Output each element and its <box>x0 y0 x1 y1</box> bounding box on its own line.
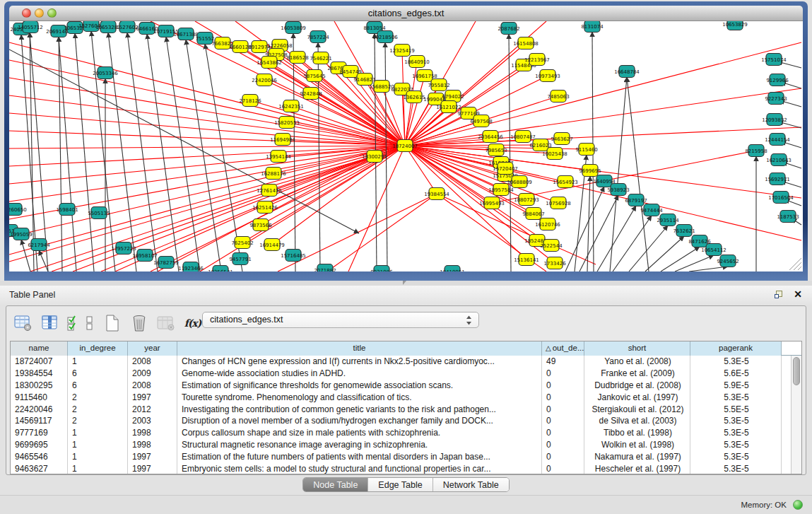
graph-node[interactable]: 7985653 <box>485 144 507 156</box>
table-cell[interactable]: Disruption of a novel member of a sodium… <box>177 415 542 427</box>
table-cell[interactable]: 22420046 <box>11 404 68 416</box>
table-cell[interactable]: 9699695 <box>11 439 68 451</box>
graph-node[interactable]: 5505135 <box>88 207 110 219</box>
table-cell[interactable]: 5.3E-5 <box>690 427 782 439</box>
graph-node[interactable]: 751552 <box>196 33 215 45</box>
graph-node[interactable]: 7546221 <box>310 52 331 64</box>
table-cell[interactable]: 1 <box>68 439 128 451</box>
table-cell[interactable]: 9115460 <box>11 392 68 404</box>
table-cell[interactable]: 1997 <box>128 392 177 404</box>
graph-node[interactable]: 9129966 <box>766 74 789 86</box>
delete-icon[interactable] <box>129 314 148 333</box>
table-cell[interactable]: 9777169 <box>11 427 68 439</box>
table-cell[interactable]: Wolkin et al. (1998) <box>584 439 690 451</box>
graph-node[interactable]: 5938923 <box>607 184 629 196</box>
column-header-in_degree[interactable]: in_degree <box>68 341 128 356</box>
graph-node[interactable]: 9884067 <box>522 208 544 220</box>
table-cell[interactable]: 0 <box>542 427 584 439</box>
graph-node[interactable]: 15751074 <box>761 54 787 66</box>
graph-node[interactable]: 1995059 <box>10 228 32 240</box>
graph-node[interactable]: 1733426 <box>543 257 566 269</box>
graph-node[interactable]: 10356541 <box>208 266 233 272</box>
graph-node[interactable]: 16648784 <box>614 66 640 78</box>
table-row[interactable]: 977716911998Corpus callosum shape and si… <box>11 427 801 439</box>
show-columns-icon[interactable] <box>40 314 59 333</box>
tab-network-table[interactable]: Network Table <box>433 478 509 491</box>
canvas-resize-grip-icon[interactable] <box>789 258 801 270</box>
table-cell[interactable]: 2003 <box>128 415 177 427</box>
graph-node[interactable]: 9245652 <box>717 255 739 267</box>
table-cell[interactable]: Nakamura et al. (1997) <box>584 451 690 463</box>
panel-divider[interactable] <box>0 281 812 286</box>
vertical-scrollbar[interactable] <box>791 356 801 474</box>
graph-node[interactable]: 10756928 <box>546 197 571 209</box>
graph-node[interactable]: 16288176 <box>261 168 286 180</box>
memory-status-icon[interactable] <box>793 500 803 510</box>
column-header-out_de[interactable]: △out_de... <box>542 341 584 356</box>
table-cell[interactable]: 1 <box>68 356 128 368</box>
select-all-checkboxes-icon[interactable] <box>67 314 77 333</box>
graph-node[interactable]: 7485063 <box>547 90 569 103</box>
graph-node[interactable]: 9931086 <box>370 266 393 272</box>
table-cell[interactable]: 2 <box>68 415 128 427</box>
table-row[interactable]: 911546021997Tourette syndrome. Phenomeno… <box>11 392 801 404</box>
table-cell[interactable]: 2008 <box>128 356 177 368</box>
table-cell[interactable]: 0 <box>542 463 584 474</box>
table-cell[interactable]: 1 <box>68 463 128 474</box>
table-cell[interactable]: 1998 <box>128 439 177 451</box>
table-cell[interactable]: 1 <box>68 427 128 439</box>
graph-node[interactable]: 6879197 <box>625 194 647 206</box>
column-header-short[interactable]: short <box>584 341 690 356</box>
graph-node[interactable]: 7625402 <box>231 237 253 249</box>
table-cell[interactable]: Genome-wide association studies in ADHD. <box>177 368 542 380</box>
import-table-icon[interactable] <box>156 314 175 333</box>
table-cell[interactable]: Corpus callosum shape and size in male p… <box>177 427 542 439</box>
row-height-icon[interactable] <box>85 314 95 333</box>
table-cell[interactable]: 0 <box>542 392 584 404</box>
table-cell[interactable]: Franke et al. (2009) <box>584 368 690 380</box>
table-cell[interactable]: 5.9E-5 <box>690 380 782 392</box>
graph-node[interactable]: 9242848 <box>300 88 322 100</box>
graph-node[interactable]: 2522544 <box>540 240 563 252</box>
graph-node[interactable]: 1527602 <box>116 21 138 33</box>
table-cell[interactable]: 5.3E-5 <box>690 392 782 404</box>
table-cell[interactable]: 9465546 <box>11 451 68 463</box>
table-cell[interactable]: 5.3E-5 <box>690 451 782 463</box>
table-row[interactable]: 1872400712008Changes of HCN gene express… <box>11 356 801 368</box>
table-cell[interactable]: 5.3E-5 <box>690 356 782 368</box>
graph-node[interactable]: 10653829 <box>722 21 748 30</box>
table-row[interactable]: 946554611997Estimation of the future num… <box>11 451 801 463</box>
table-row[interactable]: 1830029562008Estimation of significance … <box>11 380 801 392</box>
table-cell[interactable]: 18724007 <box>11 356 68 368</box>
table-cell[interactable]: 2012 <box>128 404 177 416</box>
graph-node[interactable]: 18640910 <box>404 56 430 68</box>
column-header-pagerank[interactable]: pagerank <box>690 341 782 356</box>
table-cell[interactable]: 19384554 <box>11 368 68 380</box>
table-cell[interactable]: 2 <box>68 392 128 404</box>
graph-node[interactable]: 9699695 <box>579 165 601 177</box>
table-cell[interactable]: 5.6E-5 <box>690 368 782 380</box>
table-cell[interactable]: Stergiakouli et al. (2012) <box>584 404 690 416</box>
scrollbar-thumb[interactable] <box>793 357 800 385</box>
graph-node[interactable]: 18410951 <box>440 266 465 272</box>
table-cell[interactable]: 49 <box>542 356 584 368</box>
graph-node[interactable]: 16914479 <box>259 239 285 251</box>
resize-handle-icon[interactable] <box>403 281 406 285</box>
table-cell[interactable]: 0 <box>542 368 584 380</box>
graph-node[interactable]: 1598401 <box>56 204 78 216</box>
graph-node[interactable]: 9457791 <box>229 253 251 265</box>
table-cell[interactable]: Investigating the contribution of common… <box>177 404 542 416</box>
graph-node[interactable]: 16053809 <box>281 22 306 34</box>
graph-node[interactable]: 2071882 <box>314 264 336 272</box>
graph-node[interactable]: 25260650 <box>9 204 27 216</box>
table-row[interactable]: 2242004622012Investigating the contribut… <box>11 404 801 416</box>
table-cell[interactable]: 2008 <box>128 380 177 392</box>
table-cell[interactable]: Structural magnetic resonance image aver… <box>177 439 542 451</box>
graph-node[interactable]: 16120746 <box>535 218 560 230</box>
window-titlebar[interactable]: citations_edges.txt <box>9 6 803 21</box>
table-cell[interactable]: Changes of HCN gene expression and I(f) … <box>177 356 542 368</box>
table-cell[interactable]: 1997 <box>128 451 177 463</box>
table-cell[interactable]: 1997 <box>128 463 177 474</box>
table-cell[interactable]: Tibbo et al. (1998) <box>584 427 690 439</box>
table-cell[interactable]: 5.3E-5 <box>690 463 782 474</box>
